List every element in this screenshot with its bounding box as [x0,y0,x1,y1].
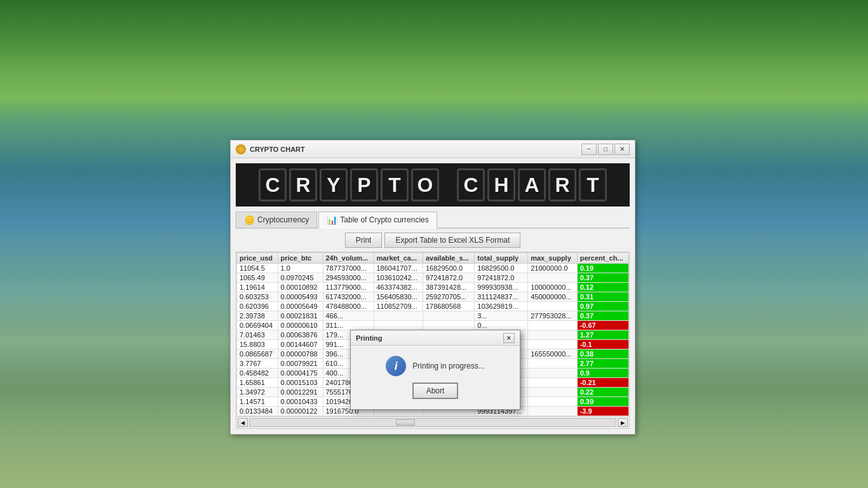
table-cell-0-2: 787737000... [323,264,374,273]
table-cell-0-0: 11054.5 [237,264,278,273]
table-cell-7-6 [528,330,577,340]
table-cell-10-0: 3.7767 [237,359,278,369]
table-cell-15-6 [528,407,577,416]
table-cell-3-2: 617432000... [323,292,374,302]
header-letter-r: R [548,168,576,201]
table-cell-9-7: 0.38 [577,349,628,359]
window-controls: − □ ✕ [581,144,630,155]
table-cell-1-1: 0.0970245 [278,273,323,283]
table-cell-5-6: 277953028... [528,311,577,321]
dialog-body: i Printing in progress... Abort [351,346,520,409]
table-cell-0-1: 1.0 [278,264,323,273]
table-cell-5-2: 466... [323,311,374,321]
toolbar: Print Export Table to Excel XLS Format [236,229,630,252]
table-cell-11-6 [528,369,577,378]
table-cell-7-7: 1.27 [577,330,628,340]
dialog-content: i Printing in progress... [386,356,484,376]
scroll-right-button[interactable]: ▶ [618,418,628,427]
table-cell-8-6 [528,340,577,349]
col-price-btc: price_btc [278,253,323,264]
table-cell-1-5: 97241872.0 [475,273,528,283]
table-cell-15-0: 0.0133484 [237,407,278,416]
table-cell-2-3: 463374382... [374,283,423,292]
maximize-button[interactable]: □ [598,144,613,155]
table-header-row: price_usd price_btc 24h_volum... market_… [237,253,629,264]
table-cell-2-0: 1.19614 [237,283,278,292]
close-button[interactable]: ✕ [614,144,630,155]
header-letter-t: T [381,168,409,201]
table-cell-7-1: 0.00063876 [278,330,323,340]
dialog-title: Printing [356,334,383,342]
table-cell-12-7: -0.21 [577,378,628,388]
table-icon: 📊 [327,215,337,225]
table-cell-5-7: 0.37 [577,311,628,321]
table-cell-1-2: 294593000... [323,273,374,283]
table-row: 1.196140.00010892113779000...463374382..… [237,283,629,292]
table-cell-14-0: 1.14571 [237,397,278,407]
col-24h-vol: 24h_volum... [323,253,374,264]
table-cell-11-7: 0.9 [577,369,628,378]
table-cell-0-4: 16829500.0 [423,264,474,273]
header-letter-y: Y [320,168,348,201]
col-max-supply: max_supply [528,253,577,264]
table-cell-13-6 [528,388,577,397]
table-cell-6-1: 0.00000610 [278,321,323,330]
tab-table-label: Table of Crypto currencies [340,215,428,224]
header-letter-a: A [518,168,546,201]
app-icon [236,144,246,154]
table-cell-6-7: -0.67 [577,321,628,330]
minimize-button[interactable]: − [581,144,597,155]
export-button[interactable]: Export Table to Excel XLS Format [384,233,520,248]
table-cell-2-7: 0.12 [577,283,628,292]
table-cell-6-4 [423,321,474,330]
table-cell-2-1: 0.00010892 [278,283,323,292]
table-cell-12-6 [528,378,577,388]
header-letter-p: P [350,168,378,201]
col-pct-change: percent_ch... [577,253,628,264]
horizontal-scrollbar: ◀ ▶ [236,417,630,429]
table-cell-4-1: 0.00005649 [278,302,323,311]
table-cell-7-0: 7.01463 [237,330,278,340]
coin-icon: 🪙 [244,215,255,225]
dialog-close-button[interactable]: ✕ [503,333,515,343]
info-icon: i [386,356,406,376]
table-cell-0-7: 0.19 [577,264,628,273]
table-cell-4-2: 478488000... [323,302,374,311]
printing-dialog: Printing ✕ i Printing in progress... Abo… [350,330,520,410]
header-letter-c: C [259,168,287,201]
table-cell-12-1: 0.00015103 [278,378,323,388]
table-cell-4-3: 110852709... [374,302,423,311]
tab-cryptocurrency-label: Cryptocurrency [257,215,309,224]
scroll-track[interactable] [249,418,616,427]
table-cell-14-1: 0.00010433 [278,397,323,407]
tab-table[interactable]: 📊 Table of Crypto currencies [318,212,437,229]
tab-cryptocurrency[interactable]: 🪙 Cryptocurrency [236,212,317,227]
table-cell-5-1: 0.00021831 [278,311,323,321]
header-letter-r: R [289,168,317,201]
table-cell-6-3 [374,321,423,330]
table-cell-1-7: 0.37 [577,273,628,283]
scroll-thumb[interactable] [396,419,415,426]
table-cell-0-6: 21000000.0 [528,264,577,273]
table-row: 0.6032530.00005493617432000...156405830.… [237,292,629,302]
title-bar: CRYPTO CHART − □ ✕ [231,140,635,158]
table-cell-9-0: 0.0865687 [237,349,278,359]
table-cell-8-0: 15.8803 [237,340,278,349]
table-cell-15-7: -3.9 [577,407,628,416]
table-cell-1-4: 97241872.0 [423,273,474,283]
table-cell-5-5: 3... [475,311,528,321]
table-cell-10-1: 0.00079921 [278,359,323,369]
col-avail-supply: available_s... [423,253,474,264]
table-cell-13-7: 0.22 [577,388,628,397]
table-cell-2-4: 387391428... [423,283,474,292]
table-cell-4-5: 103629819... [475,302,528,311]
scroll-left-button[interactable]: ◀ [238,418,248,427]
table-cell-13-1: 0.00012291 [278,388,323,397]
table-cell-3-5: 311124837... [475,292,528,302]
table-cell-0-3: 186041707... [374,264,423,273]
table-cell-8-1: 0.00144607 [278,340,323,349]
dialog-message: Printing in progress... [412,362,484,370]
abort-button[interactable]: Abort [412,383,459,399]
tab-bar: 🪙 Cryptocurrency 📊 Table of Crypto curre… [236,212,630,229]
print-button[interactable]: Print [345,233,383,248]
